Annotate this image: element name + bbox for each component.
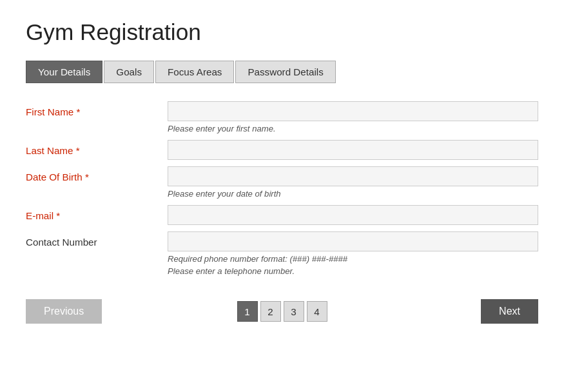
email-input[interactable] — [168, 205, 538, 225]
last-name-input[interactable] — [168, 140, 538, 160]
next-button[interactable]: Next — [481, 299, 538, 324]
page-1[interactable]: 1 — [237, 301, 258, 322]
last-name-field-wrap — [168, 140, 538, 160]
dob-hint: Please enter your date of birth — [168, 189, 538, 199]
last-name-row: Last Name * — [26, 140, 538, 160]
page-2[interactable]: 2 — [260, 301, 281, 322]
pagination: 1 2 3 4 — [237, 301, 327, 322]
first-name-hint: Please enter your first name. — [168, 124, 538, 133]
email-row: E-mail * — [26, 205, 538, 225]
dob-input[interactable] — [168, 166, 538, 186]
page-3[interactable]: 3 — [284, 301, 304, 322]
last-name-label: Last Name * — [26, 140, 168, 156]
page-title: Gym Registration — [26, 19, 538, 45]
contact-number-input[interactable] — [168, 231, 538, 251]
registration-form: First Name * Please enter your first nam… — [26, 101, 538, 276]
footer: Previous 1 2 3 4 Next — [26, 299, 538, 324]
contact-number-hint2: Please enter a telephone number. — [168, 266, 538, 276]
page-4[interactable]: 4 — [307, 301, 327, 322]
first-name-input[interactable] — [168, 101, 538, 121]
dob-label: Date Of Birth * — [26, 166, 168, 182]
tab-password-details[interactable]: Password Details — [235, 61, 335, 83]
tab-bar: Your Details Goals Focus Areas Password … — [26, 61, 538, 83]
first-name-field-wrap: Please enter your first name. — [168, 101, 538, 133]
contact-number-row: Contact Number Required phone number for… — [26, 231, 538, 276]
first-name-label: First Name * — [26, 101, 168, 117]
email-label: E-mail * — [26, 205, 168, 221]
tab-focus-areas[interactable]: Focus Areas — [155, 61, 234, 83]
contact-number-hint1: Required phone number format: (###) ###-… — [168, 254, 538, 264]
dob-field-wrap: Please enter your date of birth — [168, 166, 538, 199]
previous-button[interactable]: Previous — [26, 299, 102, 324]
email-field-wrap — [168, 205, 538, 225]
first-name-row: First Name * Please enter your first nam… — [26, 101, 538, 133]
tab-goals[interactable]: Goals — [104, 61, 154, 83]
contact-number-field-wrap: Required phone number format: (###) ###-… — [168, 231, 538, 276]
dob-row: Date Of Birth * Please enter your date o… — [26, 166, 538, 199]
tab-your-details[interactable]: Your Details — [26, 61, 102, 83]
contact-number-label: Contact Number — [26, 231, 168, 248]
